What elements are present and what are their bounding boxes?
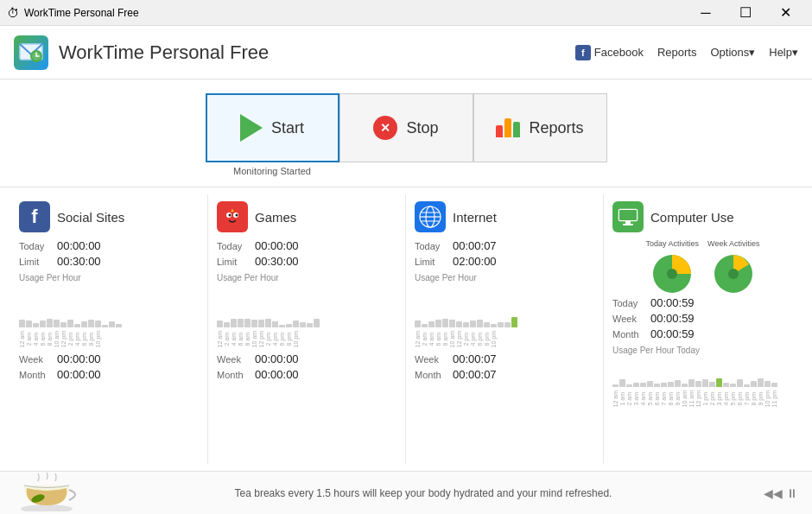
bar-item xyxy=(314,319,320,327)
social-week-row: Week 00:00:00 xyxy=(19,352,199,365)
bar-item xyxy=(771,383,777,387)
internet-limit-value: 02:00:00 xyxy=(453,255,497,268)
bar-item xyxy=(477,320,483,327)
time-label: 12 pm xyxy=(695,390,701,407)
bar-item xyxy=(661,383,667,387)
prev-media-btn[interactable]: ◀◀ xyxy=(764,486,783,500)
options-label: Options▾ xyxy=(710,46,755,59)
games-panel: Games Today 00:00:00 Limit 00:30:00 Usag… xyxy=(208,194,406,464)
internet-title: Internet xyxy=(453,210,497,225)
time-label: 1 am xyxy=(619,390,625,407)
games-month-row: Month 00:00:00 xyxy=(217,368,396,381)
app-logo xyxy=(14,35,48,70)
time-label: 4 pm xyxy=(74,331,80,347)
time-label: 12 am xyxy=(612,390,619,407)
social-limit-row: Limit 00:30:00 xyxy=(19,255,199,268)
time-label: 2 pm xyxy=(67,331,73,347)
time-label: 12 pm xyxy=(60,331,67,347)
computer-today-value: 00:00:59 xyxy=(650,296,695,309)
time-label: 10 am xyxy=(251,331,257,347)
time-label: 5 pm xyxy=(730,390,736,407)
computer-week-row: Week 00:00:59 xyxy=(612,312,793,325)
bar-item xyxy=(682,384,688,387)
stop-btn-container: ✕ Stop xyxy=(339,93,473,180)
internet-icon xyxy=(415,201,446,232)
time-label: 12 am xyxy=(415,331,421,347)
bar-item xyxy=(54,320,60,327)
computer-panel: Computer Use Today Activities Week Activ… xyxy=(604,194,802,464)
week-pie-container: Week Activities xyxy=(707,239,759,296)
time-label: 12 am xyxy=(19,331,25,347)
bar-item xyxy=(695,381,701,387)
action-area: Start Monitoring Started ✕ Stop Reports xyxy=(0,79,812,180)
time-label: 10 am xyxy=(54,331,60,347)
minimize-button[interactable]: ─ xyxy=(686,0,726,26)
bar-item xyxy=(279,325,285,327)
bar-item xyxy=(33,323,39,327)
today-pie-container: Today Activities xyxy=(646,239,700,296)
facebook-link[interactable]: f Facebook xyxy=(575,45,644,60)
computer-month-row: Month 00:00:59 xyxy=(612,327,793,340)
play-icon xyxy=(240,114,263,142)
time-label: 2 pm xyxy=(709,390,715,407)
stop-button[interactable]: ✕ Stop xyxy=(339,93,473,162)
tea-cup-svg xyxy=(14,473,83,511)
internet-week-month: Week 00:00:07 Month 00:00:07 xyxy=(415,352,594,381)
bar-item xyxy=(26,320,32,327)
bottom-bar: Tea breaks every 1.5 hours will keep you… xyxy=(0,471,812,514)
options-link[interactable]: Options▾ xyxy=(710,46,755,59)
bar-item xyxy=(633,383,639,387)
tea-cup-illustration xyxy=(14,473,83,514)
internet-header: Internet xyxy=(415,201,594,232)
bar-item xyxy=(40,320,46,327)
computer-today-label: Today xyxy=(612,298,645,308)
maximize-button[interactable]: ☐ xyxy=(726,0,765,26)
bar-item xyxy=(484,322,490,327)
time-label: 9 pm xyxy=(758,390,764,407)
computer-icon xyxy=(612,201,644,232)
facebook-icon: f xyxy=(575,45,591,60)
internet-usage-label: Usage Per Hour xyxy=(415,273,594,282)
time-label: 3 am xyxy=(633,390,639,407)
social-title: Social Sites xyxy=(57,210,124,225)
svg-point-9 xyxy=(236,214,238,217)
games-bar-chart xyxy=(217,284,396,327)
bar-item xyxy=(498,322,504,327)
time-label: 8 pm xyxy=(751,390,757,407)
app-title-text: WorkTime Personal Free xyxy=(59,41,575,64)
bar-item xyxy=(300,322,306,327)
bar-item xyxy=(109,321,115,327)
games-limit-row: Limit 00:30:00 xyxy=(217,255,396,268)
facebook-label: Facebook xyxy=(594,46,644,59)
bar-item xyxy=(511,317,517,327)
bar-item xyxy=(272,321,278,327)
stop-label: Stop xyxy=(406,119,438,137)
main-container: WorkTime Personal Free f Facebook Report… xyxy=(0,26,812,514)
bar-item xyxy=(612,384,619,387)
time-label: 6 pm xyxy=(737,390,743,407)
help-link[interactable]: Help▾ xyxy=(769,46,798,59)
bar-item xyxy=(244,319,251,327)
time-label: 2 pm xyxy=(463,331,469,347)
bar-item xyxy=(654,384,660,387)
pause-media-btn[interactable]: ⏸ xyxy=(786,486,798,500)
time-label: 6 pm xyxy=(81,331,87,347)
media-controls: ◀◀ ⏸ xyxy=(764,486,798,500)
time-label: 6 am xyxy=(40,331,46,347)
week-pie-label: Week Activities xyxy=(707,239,759,248)
reports-button[interactable]: Reports xyxy=(473,93,607,162)
bar-item xyxy=(116,324,122,327)
bar-item xyxy=(224,322,230,327)
today-pie-chart xyxy=(650,251,695,296)
svg-rect-18 xyxy=(625,221,631,224)
games-limit-label: Limit xyxy=(217,257,250,267)
time-label: 4 pm xyxy=(272,331,278,347)
social-week-month: Week 00:00:00 Month 00:00:00 xyxy=(19,352,199,381)
close-button[interactable]: ✕ xyxy=(765,0,805,26)
top-nav: WorkTime Personal Free f Facebook Report… xyxy=(0,26,812,79)
start-button[interactable]: Start xyxy=(206,93,339,162)
bar-item xyxy=(709,382,715,387)
computer-month-label: Month xyxy=(612,329,645,339)
reports-nav-link[interactable]: Reports xyxy=(657,46,697,59)
bar-item xyxy=(647,381,653,387)
